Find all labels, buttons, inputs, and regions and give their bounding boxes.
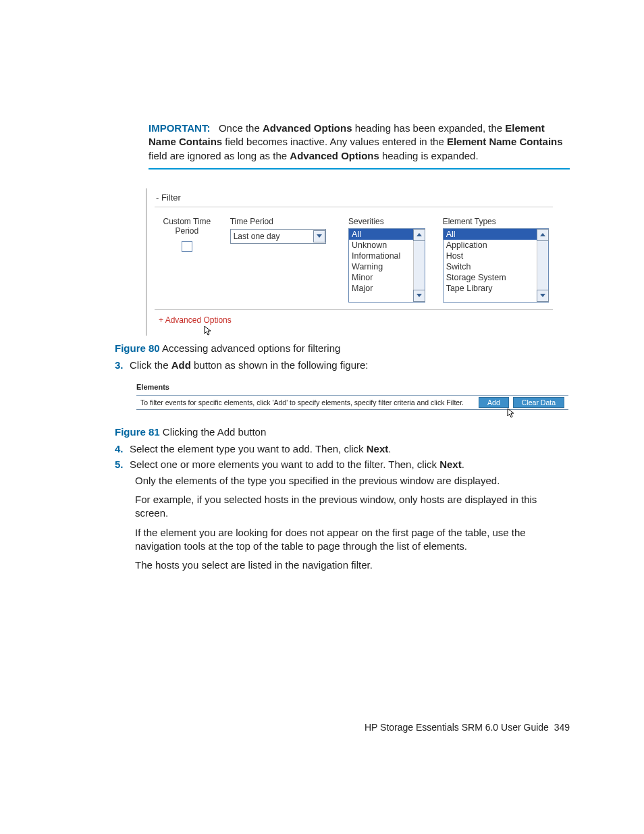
list-item[interactable]: Informational — [349, 251, 413, 261]
list-item[interactable]: Storage System — [444, 272, 537, 283]
scrollbar[interactable] — [413, 229, 425, 302]
time-period-select[interactable]: Last one day — [230, 229, 326, 244]
filter-panel: - Filter Custom Time Period Time Period … — [146, 188, 553, 336]
step-3: 3. Click the Add button as shown in the … — [115, 359, 570, 371]
step-4: 4. Select the element type you want to a… — [115, 443, 570, 454]
time-period-label: Time Period — [230, 217, 331, 228]
important-label: IMPORTANT: — [149, 122, 210, 134]
list-item[interactable]: All — [349, 229, 413, 240]
element-types-listbox[interactable]: All Application Host Switch Storage Syst… — [443, 228, 549, 303]
advanced-options-toggle[interactable]: + Advanced Options — [155, 310, 553, 325]
list-item[interactable]: Application — [444, 240, 537, 251]
cursor-icon — [504, 407, 516, 421]
list-item[interactable]: Tape Library — [444, 283, 537, 294]
list-item[interactable]: Host — [444, 251, 537, 261]
severities-label: Severities — [348, 217, 425, 228]
severities-listbox[interactable]: All Unknown Informational Warning Minor … — [348, 228, 425, 303]
elements-instruction: To filter events for specific elements, … — [140, 398, 475, 407]
elements-panel: Elements To filter events for specific e… — [136, 383, 568, 410]
clear-data-button[interactable]: Clear Data — [513, 397, 564, 408]
list-item[interactable]: Minor — [349, 272, 413, 283]
step-5-body: Only the elements of the type you specif… — [135, 474, 570, 573]
figure-80-caption: Figure 80 Accessing advanced options for… — [115, 342, 570, 354]
chevron-up-icon[interactable] — [537, 229, 549, 241]
chevron-down-icon[interactable] — [537, 290, 549, 302]
filter-section-header[interactable]: - Filter — [155, 191, 553, 207]
list-item[interactable]: All — [444, 229, 537, 240]
cursor-icon — [200, 325, 213, 338]
chevron-up-icon[interactable] — [413, 229, 425, 241]
element-types-label: Element Types — [443, 217, 549, 228]
elements-header: Elements — [136, 383, 568, 395]
chevron-down-icon[interactable] — [313, 230, 325, 242]
figure-81-caption: Figure 81 Clicking the Add button — [115, 426, 570, 438]
list-item[interactable]: Switch — [444, 261, 537, 272]
scrollbar[interactable] — [537, 229, 548, 302]
chevron-down-icon[interactable] — [413, 290, 425, 302]
add-button[interactable]: Add — [479, 397, 509, 408]
custom-time-period-label: Custom Time Period — [161, 217, 213, 236]
list-item[interactable]: Major — [349, 283, 413, 294]
list-item[interactable]: Unknown — [349, 240, 413, 251]
page-footer: HP Storage Essentials SRM 6.0 User Guide… — [365, 722, 570, 733]
important-callout: IMPORTANT: Once the Advanced Options hea… — [149, 122, 570, 170]
custom-time-period-checkbox[interactable] — [182, 241, 192, 252]
list-item[interactable]: Warning — [349, 261, 413, 272]
step-5: 5. Select one or more elements you want … — [115, 459, 570, 470]
